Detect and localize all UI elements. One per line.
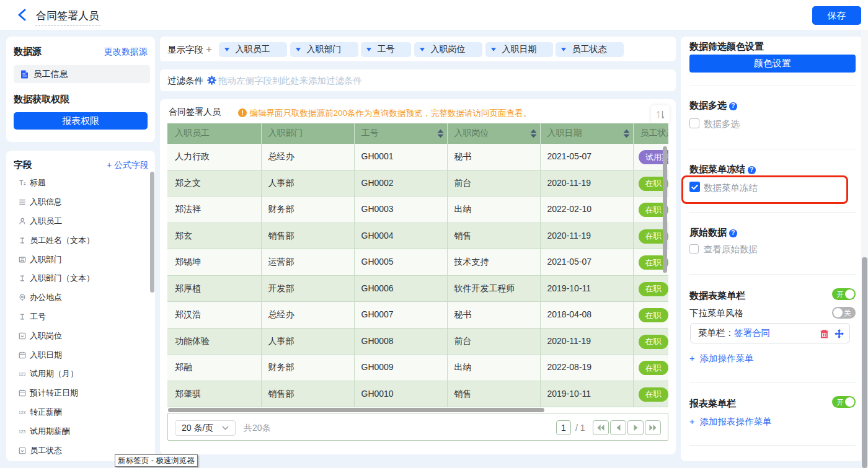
svg-text:123: 123 — [19, 410, 26, 415]
svg-text:123: 123 — [19, 372, 26, 376]
svg-text:123: 123 — [19, 430, 26, 434]
